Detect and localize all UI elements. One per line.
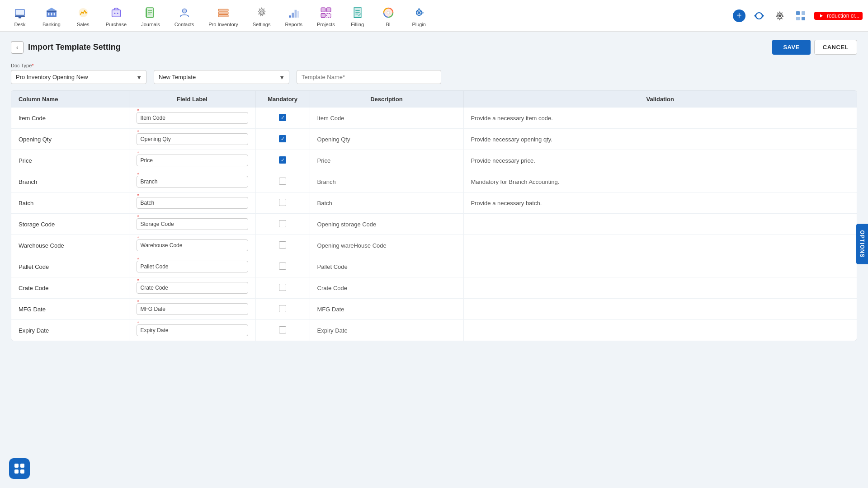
cell-column-name: Expiry Date: [11, 320, 129, 341]
sync-icon[interactable]: [752, 9, 766, 23]
table-header-row: Column Name Field Label Mandatory Descri…: [11, 91, 857, 108]
cell-field-label: *: [129, 214, 255, 235]
cell-column-name: Pallet Code: [11, 256, 129, 277]
banking-icon: [43, 5, 60, 21]
reports-icon: [286, 5, 302, 21]
nav-item-journals[interactable]: Journals: [135, 1, 166, 31]
settings-gear-icon[interactable]: [773, 9, 787, 23]
svg-point-14: [114, 13, 115, 14]
field-label-input[interactable]: [137, 324, 248, 336]
nav-item-reports[interactable]: Reports: [278, 1, 309, 31]
form-row: Doc Type* Pro Inventory Opening New ▼ Ne…: [11, 63, 857, 84]
table-row: Branch*BranchMandatory for Branch Accoun…: [11, 171, 857, 192]
template-select-wrapper: New Template ▼: [154, 70, 289, 84]
cell-field-label: *: [129, 277, 255, 299]
nav-item-plugin[interactable]: Plugin: [405, 1, 434, 31]
back-icon: ‹: [16, 44, 19, 51]
nav-item-sales[interactable]: Sales: [69, 1, 98, 31]
mandatory-checkbox-checked[interactable]: [279, 114, 286, 121]
nav-item-settings[interactable]: Settings: [246, 1, 277, 31]
mandatory-checkbox-checked[interactable]: [279, 135, 286, 142]
field-required-star: *: [137, 257, 139, 262]
cell-field-label: *: [129, 108, 255, 129]
cell-description: MFG Date: [310, 299, 463, 320]
youtube-badge[interactable]: roduction cr...: [814, 12, 863, 20]
field-required-star: *: [137, 130, 139, 135]
template-select[interactable]: New Template: [154, 70, 289, 84]
svg-rect-42: [326, 13, 330, 17]
grid-view-icon[interactable]: [793, 9, 808, 23]
cell-description: Opening wareHouse Code: [310, 235, 463, 256]
mandatory-checkbox-unchecked[interactable]: [279, 241, 286, 249]
field-label-input[interactable]: [137, 261, 248, 272]
nav-item-contacts[interactable]: Contacts: [168, 1, 200, 31]
field-label-input[interactable]: [137, 176, 248, 188]
svg-rect-1: [15, 15, 25, 17]
projects-label: Projects: [317, 22, 335, 27]
purchase-icon: [108, 5, 124, 21]
svg-rect-33: [292, 13, 294, 18]
cell-mandatory: [255, 277, 310, 299]
nav-item-bi[interactable]: BI: [374, 1, 403, 31]
table-row: Expiry Date*Expiry Date: [11, 320, 857, 341]
purchase-label: Purchase: [106, 22, 127, 27]
cancel-button[interactable]: CANCEL: [814, 40, 857, 55]
bi-label: BI: [386, 22, 391, 27]
nav-item-banking[interactable]: Banking: [36, 1, 67, 31]
save-button[interactable]: SAVE: [772, 40, 810, 55]
field-label-input[interactable]: [137, 239, 248, 251]
field-label-input[interactable]: [137, 155, 248, 166]
nav-item-desk[interactable]: Desk: [5, 1, 34, 31]
template-name-label: [297, 63, 441, 68]
mandatory-checkbox-checked[interactable]: [279, 156, 286, 164]
svg-rect-58: [796, 17, 800, 20]
cell-field-label: *: [129, 256, 255, 277]
field-label-input[interactable]: [137, 218, 248, 230]
table-row: MFG Date*MFG Date: [11, 299, 857, 320]
options-tab[interactable]: OPTIONS: [856, 224, 868, 264]
svg-rect-34: [294, 9, 297, 17]
cell-field-label: *: [129, 299, 255, 320]
nav-item-pro-inventory[interactable]: Pro Inventory: [202, 1, 244, 31]
cell-column-name: Item Code: [11, 108, 129, 129]
mandatory-checkbox-unchecked[interactable]: [279, 178, 286, 185]
field-label-input[interactable]: [137, 303, 248, 315]
cell-mandatory: [255, 129, 310, 150]
mandatory-checkbox-unchecked[interactable]: [279, 199, 286, 206]
pro-inventory-label: Pro Inventory: [208, 22, 238, 27]
contacts-icon: [176, 5, 193, 21]
page-title: Import Template Setting: [28, 42, 121, 52]
back-button[interactable]: ‹: [11, 41, 24, 54]
mandatory-checkbox-unchecked[interactable]: [279, 305, 286, 312]
nav-item-purchase[interactable]: Purchase: [99, 1, 133, 31]
cell-column-name: Batch: [11, 192, 129, 214]
plugin-icon: [411, 5, 427, 21]
svg-rect-24: [218, 9, 228, 11]
field-required-star: *: [137, 278, 139, 283]
cell-column-name: Price: [11, 150, 129, 171]
svg-point-52: [421, 11, 424, 14]
settings-icon: [254, 5, 270, 21]
mandatory-checkbox-unchecked[interactable]: [279, 220, 286, 227]
mandatory-checkbox-unchecked[interactable]: [279, 284, 286, 291]
table-row: Opening Qty*Opening QtyProvide necessary…: [11, 129, 857, 150]
add-button[interactable]: +: [733, 9, 745, 22]
nav-item-projects[interactable]: Projects: [311, 1, 341, 31]
template-name-input[interactable]: [297, 70, 441, 84]
table-row: Warehouse Code*Opening wareHouse Code: [11, 235, 857, 256]
svg-point-15: [117, 13, 118, 14]
main-content: ‹ Import Template Setting SAVE CANCEL Do…: [0, 32, 868, 349]
field-required-star: *: [137, 172, 139, 177]
nav-items: Desk Banking Sales Purchase Journals: [5, 1, 733, 31]
svg-rect-36: [321, 8, 325, 12]
field-label-input[interactable]: [137, 133, 248, 145]
field-label-input[interactable]: [137, 197, 248, 209]
cell-mandatory: [255, 171, 310, 192]
doc-type-select[interactable]: Pro Inventory Opening New: [11, 70, 146, 84]
mandatory-checkbox-unchecked[interactable]: [279, 326, 286, 333]
nav-item-filling[interactable]: Filling: [343, 1, 372, 31]
field-label-input[interactable]: [137, 112, 248, 124]
cell-validation: [463, 256, 857, 277]
field-label-input[interactable]: [137, 282, 248, 294]
mandatory-checkbox-unchecked[interactable]: [279, 263, 286, 270]
